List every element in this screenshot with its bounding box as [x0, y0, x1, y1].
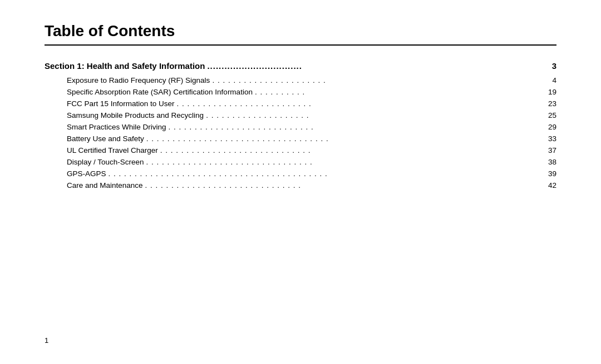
page-number: 1 [45, 336, 48, 345]
table-row: Display / Touch-Screen . . . . . . . . .… [67, 158, 556, 166]
entry-dots: . . . . . . . . . . . . . . . . . . . . … [160, 146, 543, 154]
entry-page-number: 37 [545, 146, 556, 154]
entry-dots: . . . . . . . . . . . . . . . . . . . . … [145, 181, 543, 190]
entry-dots: . . . . . . . . . . . . . . . . . . . . … [169, 123, 543, 131]
table-row: Smart Practices While Driving . . . . . … [67, 123, 556, 131]
section-dots: ................................. [207, 61, 549, 71]
entry-dots: . . . . . . . . . . [255, 88, 543, 96]
entry-title: Smart Practices While Driving [67, 123, 166, 131]
entry-page-number: 23 [545, 99, 556, 108]
toc-entries: Exposure to Radio Frequency (RF) Signals… [45, 76, 556, 190]
entry-title: Battery Use and Safety [67, 134, 144, 143]
table-row: FCC Part 15 Information to User . . . . … [67, 99, 556, 108]
entry-page-number: 33 [545, 134, 556, 143]
entry-title: Display / Touch-Screen [67, 158, 144, 166]
entry-title: Samsung Mobile Products and Recycling [67, 111, 204, 119]
toc-title: Table of Contents [45, 22, 556, 40]
entry-dots: . . . . . . . . . . . . . . . . . . . . … [146, 158, 543, 166]
entry-dots: . . . . . . . . . . . . . . . . . . . . … [146, 134, 543, 143]
table-row: UL Certified Travel Charger . . . . . . … [67, 146, 556, 154]
entry-page-number: 39 [545, 169, 556, 178]
page-container: Table of Contents Section 1: Health and … [0, 0, 601, 364]
section-page-number: 3 [552, 61, 556, 71]
entry-dots: . . . . . . . . . . . . . . . . . . . . [206, 111, 543, 119]
entry-page-number: 29 [545, 123, 556, 131]
entry-title: Care and Maintenance [67, 181, 143, 190]
entry-title: UL Certified Travel Charger [67, 146, 158, 154]
entry-page-number: 19 [545, 88, 556, 96]
entry-page-number: 4 [545, 76, 556, 84]
section-title: Section 1: Health and Safety Information [45, 61, 205, 71]
table-row: Care and Maintenance . . . . . . . . . .… [67, 181, 556, 190]
entry-page-number: 38 [545, 158, 556, 166]
entry-dots: . . . . . . . . . . . . . . . . . . . . … [109, 169, 543, 178]
entry-title: Exposure to Radio Frequency (RF) Signals [67, 76, 210, 84]
entry-page-number: 25 [545, 111, 556, 119]
table-row: Specific Absorption Rate (SAR) Certifica… [67, 88, 556, 96]
table-row: GPS-AGPS . . . . . . . . . . . . . . . .… [67, 169, 556, 178]
entry-dots: . . . . . . . . . . . . . . . . . . . . … [177, 99, 543, 108]
entry-title: GPS-AGPS [67, 169, 106, 178]
entry-dots: . . . . . . . . . . . . . . . . . . . . … [212, 76, 543, 84]
entry-title: Specific Absorption Rate (SAR) Certifica… [67, 88, 253, 96]
table-row: Battery Use and Safety . . . . . . . . .… [67, 134, 556, 143]
table-row: Exposure to Radio Frequency (RF) Signals… [67, 76, 556, 84]
entry-title: FCC Part 15 Information to User [67, 99, 175, 108]
table-row: Samsung Mobile Products and Recycling . … [67, 111, 556, 119]
entry-page-number: 42 [545, 181, 556, 190]
section-header: Section 1: Health and Safety Information… [45, 61, 556, 71]
title-divider [45, 44, 556, 46]
